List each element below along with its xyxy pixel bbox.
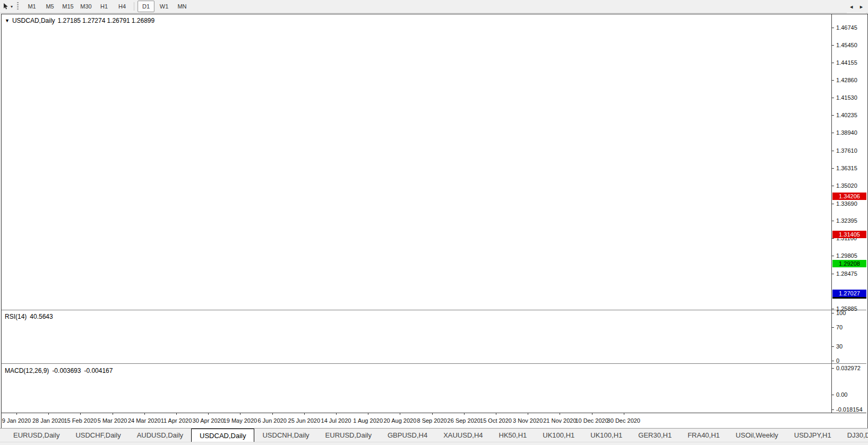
timeframe-button-m30[interactable]: M30 (78, 1, 94, 12)
macd-tick-label: 0.00 (836, 391, 847, 398)
axis-tick-mark (831, 395, 834, 395)
price-tick-label: 1.44155 (836, 59, 857, 66)
date-tick-mark (528, 413, 528, 415)
rsi-pane[interactable] (2, 311, 831, 363)
date-label: 19 May 2020 (224, 417, 257, 424)
chart-tab-xauusd-h4[interactable]: XAUUSD,H4 (435, 429, 491, 442)
date-tick-mark (113, 413, 113, 415)
chart-tab-fra40-h1[interactable]: FRA40,H1 (680, 429, 728, 442)
chart-tool-button[interactable]: ▾ (0, 3, 16, 10)
price-tick-label: 1.29805 (836, 252, 857, 259)
date-label: 11 Apr 2020 (161, 417, 192, 424)
axis-tick-mark (831, 204, 834, 204)
macd-name: MACD(12,26,9) (5, 367, 49, 374)
cursor-tool-icon (2, 3, 10, 10)
date-tick-mark (400, 413, 400, 415)
axis-tick-mark (831, 98, 834, 98)
axis-tick-mark (831, 63, 834, 63)
date-label: 26 Sep 2020 (448, 417, 480, 424)
axis-tick-mark (831, 309, 834, 309)
chart-tab-usdjpy-h1[interactable]: USDJPY,H1 (786, 429, 839, 442)
date-label: 9 Jan 2020 (2, 417, 31, 424)
main-price-chart[interactable] (2, 14, 831, 310)
tool-dropdown-caret-icon[interactable]: ▾ (11, 4, 13, 9)
price-tick-label: 1.45450 (836, 42, 857, 48)
axis-tick-mark (831, 45, 834, 46)
chart-tab-dj30-daily[interactable]: DJ30,Daily (839, 429, 868, 442)
time-axis-border (2, 413, 866, 413)
rsi-label: RSI(14) 40.5643 (5, 313, 53, 320)
macd-main-value: -0.003693 (52, 367, 81, 374)
date-label: 20 Aug 2020 (383, 417, 416, 424)
axis-tick-mark (831, 256, 834, 256)
timeframe-button-d1[interactable]: D1 (137, 1, 154, 12)
date-label: 30 Apr 2020 (193, 417, 224, 424)
symbol-period-label: USDCAD,Daily (12, 17, 55, 24)
chart-tab-usdchf-daily[interactable]: USDCHF,Daily (67, 429, 128, 442)
chart-tab-usoil-weekly[interactable]: USOil,Weekly (728, 429, 786, 442)
date-tick-mark (176, 413, 177, 415)
chart-tab-hk50-h1[interactable]: HK50,H1 (491, 429, 535, 442)
date-tick-mark (240, 413, 240, 415)
date-tick-mark (592, 413, 592, 415)
date-label: 24 Mar 2020 (128, 417, 161, 424)
price-tick-label: 1.28475 (836, 271, 857, 277)
axis-tick-mark (831, 80, 834, 81)
date-tick-mark (208, 413, 209, 415)
price-tick-label: 1.37610 (836, 147, 857, 154)
axis-tick-mark (831, 186, 834, 186)
timeframe-button-mn[interactable]: MN (174, 1, 191, 12)
price-tick-label: 1.42860 (836, 77, 857, 83)
price-tick-label: 1.35020 (836, 182, 857, 189)
date-tick-mark (432, 413, 433, 415)
chart-tab-uk100-h1[interactable]: UK100,H1 (582, 429, 630, 442)
rsi-tick-label: 70 (836, 324, 843, 330)
tab-scroll-buttons: ◄ ► (847, 0, 866, 14)
timeframe-button-h4[interactable]: H4 (114, 1, 131, 12)
date-tick-mark (560, 413, 560, 415)
pane-separator[interactable] (2, 310, 866, 310)
date-tick-mark (464, 413, 465, 415)
terminal-window: ▾ M1M5M15M30H1H4D1W1MN ▼ USDCAD,Daily 1.… (0, 0, 868, 445)
tab-scroll-left-icon[interactable]: ◄ (849, 4, 854, 10)
chart-tab-usdcnh-daily[interactable]: USDCNH,Daily (254, 429, 317, 442)
status-bar (0, 442, 868, 445)
pane-separator[interactable] (2, 363, 866, 364)
timeframe-button-m5[interactable]: M5 (41, 1, 58, 12)
hline-price-badge: 1.34206 (832, 193, 866, 200)
axis-tick-mark (831, 28, 834, 28)
chart-tab-eurusd-daily[interactable]: EURUSD,Daily (5, 429, 67, 442)
price-tick-label: 1.40235 (836, 112, 857, 118)
date-tick-mark (304, 413, 305, 415)
collapse-triangle-icon[interactable]: ▼ (5, 18, 10, 23)
date-label: 10 Dec 2020 (575, 417, 608, 424)
axis-tick-mark (831, 168, 834, 169)
macd-pane[interactable] (2, 364, 831, 412)
chart-tab-audusd-daily[interactable]: AUDUSD,Daily (129, 429, 191, 442)
axis-tick-mark (831, 274, 834, 274)
chart-tab-ger30-h1[interactable]: GER30,H1 (630, 429, 680, 442)
chart-tab-eurusd-daily[interactable]: EURUSD,Daily (317, 429, 380, 442)
price-tick-label: 1.46745 (836, 24, 857, 31)
axis-tick-mark (831, 409, 834, 410)
timeframe-button-m1[interactable]: M1 (23, 1, 40, 12)
date-label: 3 Nov 2020 (513, 417, 543, 424)
chart-tab-uk100-h1[interactable]: UK100,H1 (535, 429, 582, 442)
tab-scroll-right-icon[interactable]: ► (859, 4, 864, 10)
date-tick-mark (272, 413, 273, 415)
chart-tab-gbpusd-h4[interactable]: GBPUSD,H4 (380, 429, 435, 442)
price-tick-label: 1.38940 (836, 129, 857, 136)
ohlc-low: 1.26791 (107, 17, 130, 24)
date-label: 8 Sep 2020 (417, 417, 446, 424)
chart-tab-bar: EURUSD,DailyUSDCHF,DailyAUDUSD,DailyUSDC… (0, 428, 868, 442)
chart-tab-usdcad-daily[interactable]: USDCAD,Daily (191, 429, 254, 442)
rsi-tick-label: 100 (836, 310, 846, 316)
rsi-name: RSI(14) (5, 313, 27, 320)
timeframe-button-h1[interactable]: H1 (96, 1, 113, 12)
toolbar-grip[interactable] (17, 2, 19, 11)
date-tick-mark (336, 413, 337, 415)
timeframe-button-w1[interactable]: W1 (156, 1, 173, 12)
axis-tick-mark (831, 238, 834, 239)
axis-tick-mark (831, 368, 834, 369)
timeframe-button-m15[interactable]: M15 (59, 1, 76, 12)
